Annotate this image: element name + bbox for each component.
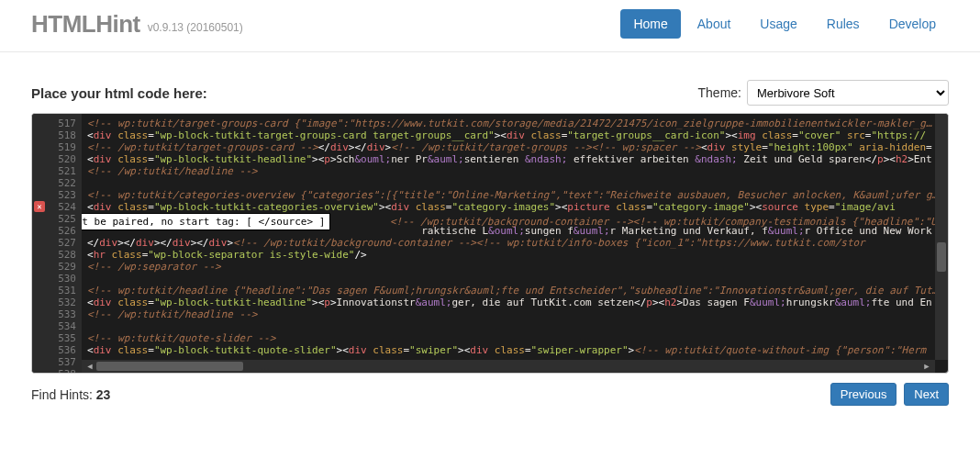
nav-develop[interactable]: Develop [876, 9, 949, 39]
brand-block: HTMLHint v0.9.13 (20160501) [31, 10, 243, 39]
nav-about[interactable]: About [685, 9, 744, 39]
nav-usage[interactable]: Usage [747, 9, 809, 39]
brand-name: HTMLHint [31, 10, 140, 38]
brand-version: v0.9.13 (20160501) [148, 21, 243, 34]
nav-links: HomeAboutUsageRulesDevelop [620, 9, 949, 39]
code-area[interactable]: <!-- wp:tutkit/target-groups-card {"imag… [82, 114, 948, 373]
navbar: HTMLHint v0.9.13 (20160501) HomeAboutUsa… [0, 0, 980, 52]
scroll-left-icon[interactable]: ◄ [85, 362, 95, 371]
editor-label: Place your html code here: [31, 85, 207, 101]
hint-count: Find Hints: 23 [31, 387, 110, 402]
theme-label: Theme: [698, 85, 741, 100]
error-marker[interactable]: ✕ [34, 201, 45, 212]
h-scroll-thumb[interactable] [96, 362, 243, 371]
theme-select[interactable]: Merbivore Soft [747, 80, 949, 106]
theme-block: Theme: Merbivore Soft [698, 80, 949, 106]
error-tooltip: Tag must be paired, no start tag: [ </so… [82, 213, 330, 230]
previous-button[interactable]: Previous [830, 383, 897, 406]
gutter: 5175185195205215225235245255265275285295… [47, 114, 82, 373]
h-scrollbar[interactable]: ◄ ► [82, 360, 935, 373]
next-button[interactable]: Next [904, 383, 949, 406]
hint-count-value: 23 [96, 387, 111, 402]
find-hints-label: Find Hints: [31, 387, 93, 402]
nav-home[interactable]: Home [620, 9, 680, 39]
h-scroll-track[interactable] [96, 362, 920, 371]
editor-wrap: ✕ 51751851952052152252352452552652752852… [31, 113, 949, 374]
marker-column: ✕ [32, 114, 47, 373]
code-editor[interactable]: ✕ 51751851952052152252352452552652752852… [32, 114, 948, 373]
v-scroll-thumb[interactable] [937, 242, 946, 272]
scroll-right-icon[interactable]: ► [922, 362, 931, 371]
main: Place your html code here: Theme: Merbiv… [31, 52, 949, 406]
pager-buttons: Previous Next [827, 383, 949, 406]
v-scrollbar[interactable] [935, 114, 948, 360]
nav-rules[interactable]: Rules [814, 9, 873, 39]
